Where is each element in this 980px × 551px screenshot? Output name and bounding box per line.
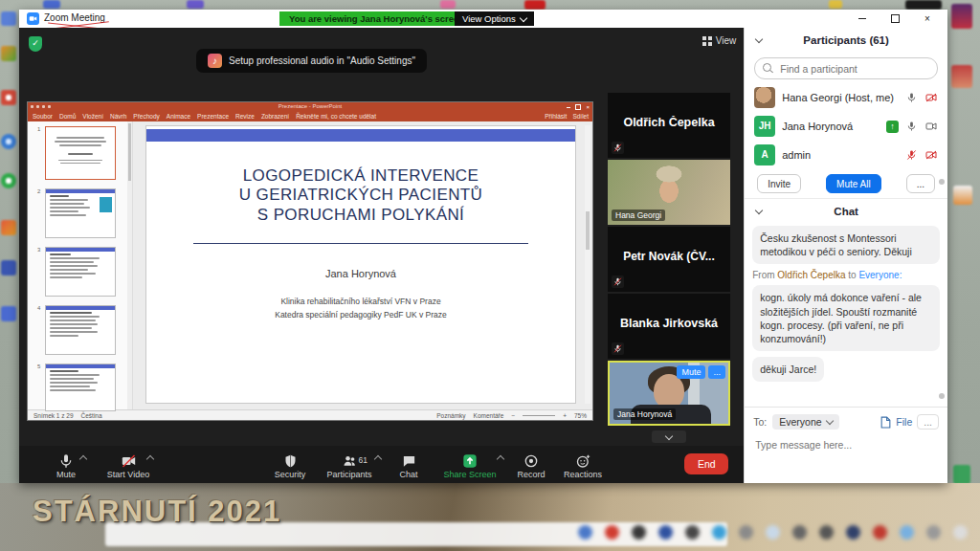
slide-thumbnail-3[interactable]: 3 — [37, 247, 128, 297]
record-button[interactable]: Record — [509, 451, 553, 479]
minimize-button[interactable] — [846, 10, 879, 28]
ppt-close-button[interactable]: × — [586, 105, 590, 110]
file-icon[interactable] — [880, 416, 891, 429]
desktop-icon[interactable] — [953, 186, 972, 205]
desktop-icon[interactable] — [905, 0, 942, 10]
slide-thumbnail-1[interactable]: 1 — [37, 126, 128, 180]
ppt-tab[interactable]: Návrh — [110, 113, 126, 120]
video-tile-petr[interactable]: Petr Novák (ČV... — [608, 227, 730, 292]
chat-messages[interactable]: Česku zkušenost s Montessori metodikou v… — [745, 224, 947, 407]
video-tile-blanka[interactable]: Blanka Jirkovská — [608, 294, 730, 359]
participants-options-caret[interactable] — [374, 454, 382, 462]
thumbnail-scrollbar[interactable] — [127, 121, 132, 409]
ppt-minimize-button[interactable] — [567, 107, 570, 108]
participant-search[interactable] — [754, 57, 938, 79]
desktop-icon[interactable] — [1, 220, 16, 235]
chat-button[interactable]: Chat — [387, 451, 431, 479]
desktop-icon[interactable] — [951, 4, 972, 29]
zoom-level[interactable]: 75% — [574, 412, 587, 419]
video-strip: Oldřich Čepelka Hana Georgi Petr Novák (… — [608, 93, 730, 443]
security-button[interactable]: Security — [268, 451, 312, 479]
desktop-icon[interactable] — [1, 11, 16, 26]
ppt-tab[interactable]: Revize — [235, 113, 255, 120]
participants-button[interactable]: 61 Participants — [320, 451, 379, 479]
tile-mute-button[interactable]: Mute — [677, 365, 705, 379]
desktop-icon[interactable] — [43, 0, 60, 9]
ppt-tab[interactable]: Prezentace — [197, 113, 229, 120]
participants-scroll-indicator[interactable] — [939, 179, 945, 185]
collapse-video-strip-button[interactable] — [652, 430, 686, 443]
gallery-view-button[interactable]: View — [702, 35, 737, 46]
tile-more-button[interactable]: ... — [708, 365, 725, 379]
audio-settings-notification[interactable]: ♪ Setup professional audio in "Audio Set… — [196, 49, 427, 73]
end-meeting-button[interactable]: End — [684, 453, 728, 474]
zoom-in-button[interactable]: + — [563, 412, 567, 419]
search-input[interactable] — [778, 58, 925, 78]
participant-row-jana[interactable]: JH Jana Horynová ↑ — [745, 112, 947, 141]
chat-header[interactable]: Chat — [745, 198, 947, 224]
recipient-dropdown[interactable]: Everyone — [772, 414, 838, 430]
participant-row-hana[interactable]: Hana Georgi (Host, me) — [745, 83, 947, 112]
slide-thumbnail-2[interactable]: 2 — [37, 188, 128, 238]
camera-icon — [924, 121, 938, 132]
ppt-share-button[interactable]: Sdílet — [572, 113, 589, 120]
ppt-tab[interactable]: Animace — [167, 113, 190, 120]
zoom-slider[interactable] — [523, 415, 555, 416]
slide-scrollbar[interactable] — [585, 125, 590, 404]
desktop-icon[interactable] — [524, 0, 546, 10]
language-indicator[interactable]: Čeština — [81, 412, 102, 419]
chat-message-input[interactable] — [753, 438, 943, 452]
desktop-icon[interactable] — [953, 465, 970, 484]
desktop-icon[interactable] — [1, 173, 16, 188]
ppt-tab[interactable]: Vložení — [82, 113, 103, 120]
ppt-tab[interactable]: Zobrazení — [261, 113, 289, 120]
collapse-participants-icon[interactable] — [755, 35, 763, 43]
taskbar[interactable] — [578, 525, 968, 540]
desktop-icon[interactable] — [1, 46, 16, 61]
chat-scroll-indicator[interactable] — [939, 393, 945, 399]
view-options-button[interactable]: View Options — [455, 11, 534, 26]
participant-row-admin[interactable]: A admin — [745, 141, 947, 169]
zoom-out-button[interactable]: − — [511, 412, 515, 419]
comments-button[interactable]: Komentáře — [474, 412, 504, 419]
ppt-tab[interactable]: Přechody — [133, 113, 159, 120]
ppt-signin-button[interactable]: Přihlásit — [545, 113, 567, 120]
desktop-icon[interactable] — [1, 134, 16, 149]
video-options-caret[interactable] — [146, 454, 154, 462]
mute-options-caret[interactable] — [79, 454, 87, 462]
desktop-icon[interactable] — [440, 0, 456, 9]
desktop-icon[interactable] — [829, 0, 842, 9]
notes-button[interactable]: Poznámky — [436, 412, 465, 419]
slide-thumbnail-4[interactable]: 4 — [37, 305, 128, 355]
mute-all-button[interactable]: Mute All — [826, 174, 881, 193]
security-shield-icon[interactable]: ✓ — [29, 36, 42, 52]
desktop-icon[interactable] — [1, 260, 16, 276]
ppt-titlebar: Prezentace - PowerPoint × — [28, 102, 592, 111]
collapse-chat-icon[interactable] — [755, 207, 763, 214]
start-video-button[interactable]: Start Video — [101, 451, 155, 479]
ppt-tab[interactable]: Domů — [59, 113, 76, 120]
share-screen-button[interactable]: Share Screen — [438, 451, 501, 479]
share-options-caret[interactable] — [497, 454, 504, 462]
ppt-tab[interactable]: Soubor — [33, 113, 53, 120]
ppt-maximize-button[interactable] — [575, 104, 581, 110]
video-tile-oldrich[interactable]: Oldřich Čepelka — [608, 93, 730, 158]
file-button[interactable]: File — [896, 416, 912, 428]
desktop-icon[interactable] — [1, 306, 16, 321]
slide-thumbnail-5[interactable]: 5 — [37, 364, 128, 411]
slide-affiliation-2: Katedra speciální pedagogiky PedF UK v P… — [146, 310, 575, 320]
video-tile-jana-active[interactable]: Mute ... Jana Horynová — [608, 361, 730, 426]
participants-header[interactable]: Participants (61) — [745, 28, 947, 53]
ppt-tellme-tab[interactable]: Řekněte mi, co chcete udělat — [296, 113, 376, 120]
mute-button[interactable]: Mute — [44, 451, 88, 479]
participants-more-button[interactable]: ... — [906, 174, 935, 193]
desktop-icon[interactable] — [187, 0, 204, 9]
maximize-button[interactable] — [879, 10, 911, 28]
video-tile-hana[interactable]: Hana Georgi — [608, 160, 730, 225]
reactions-button[interactable]: Reactions — [561, 451, 605, 479]
invite-button[interactable]: Invite — [757, 174, 801, 193]
chat-more-button[interactable]: ... — [917, 414, 939, 430]
close-button[interactable]: × — [911, 10, 944, 28]
desktop-icon[interactable] — [951, 65, 972, 88]
desktop-icon[interactable] — [1, 90, 16, 105]
